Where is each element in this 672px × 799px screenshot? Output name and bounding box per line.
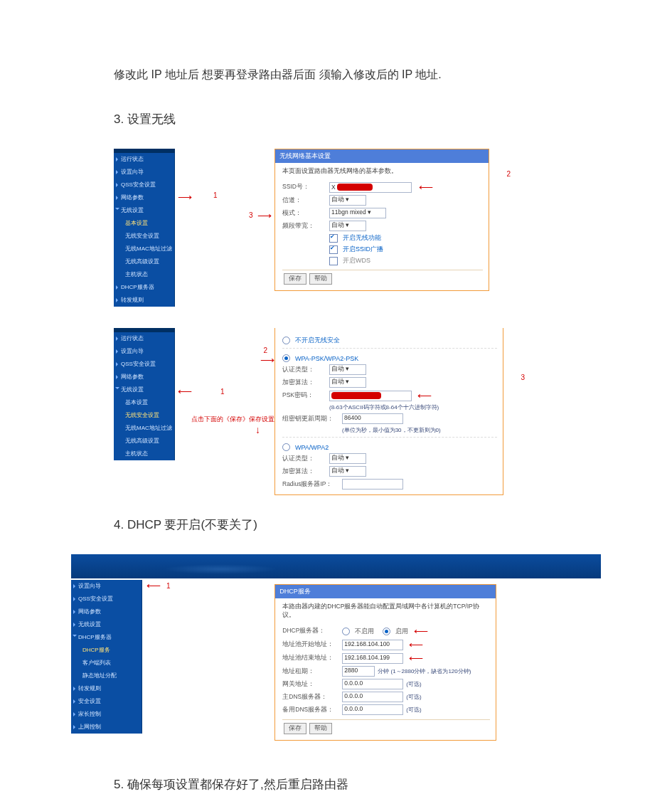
document-page: 修改此 IP 地址后 想要再登录路由器后面 须输入修改后的 IP 地址. 3. … <box>0 0 672 799</box>
router-sidebar: 设置向导QSS安全设置网络参数无线设置DHCP服务器DHCP服务客户端列表静态地… <box>71 580 142 734</box>
channel-select[interactable]: 自动 ▾ <box>329 195 366 206</box>
enable-ssid-broadcast-checkbox[interactable] <box>329 245 338 254</box>
no-security-radio[interactable] <box>282 337 290 344</box>
auth2-select[interactable]: 自动 ▾ <box>329 453 366 464</box>
sidebar-subitem[interactable]: 主机状态 <box>114 448 174 460</box>
help-button[interactable]: 帮助 <box>309 723 332 734</box>
enc2-label: 加密算法： <box>282 467 326 476</box>
arrow-right-icon: ⟶ <box>260 354 274 366</box>
sidebar-item[interactable]: 上网控制 <box>71 721 142 734</box>
sidebar-item[interactable]: 设置向导 <box>71 580 142 593</box>
radius-label: Radius服务器IP： <box>282 480 339 489</box>
save-button[interactable]: 保存 <box>284 273 306 285</box>
arrow-left-icon: ⟵ <box>409 639 423 650</box>
wpa-psk-radio[interactable] <box>282 354 290 362</box>
gateway-input[interactable]: 0.0.0.0 <box>342 679 403 689</box>
sidebar-item[interactable]: DHCP服务器 <box>114 281 174 294</box>
arrow-left-icon: ⟵ <box>417 390 432 401</box>
gateway-label: 网关地址： <box>282 680 339 689</box>
sidebar-subitem[interactable]: DHCP服务 <box>71 644 142 657</box>
section-5-heading: 5. 确保每项设置都保存好了,然后重启路由器 <box>114 776 558 793</box>
wpa-enterprise-radio[interactable] <box>282 443 290 451</box>
dns2-label: 备用DNS服务器： <box>282 706 339 714</box>
panel-title: DHCP服务 <box>275 585 496 598</box>
sidebar-item[interactable]: 网络参数 <box>114 371 174 383</box>
sidebar-item[interactable]: 网络参数 <box>114 191 174 204</box>
sidebar-subitem[interactable]: 无线安全设置 <box>114 230 174 243</box>
router-header-band <box>71 554 601 578</box>
section-4-heading: 4. DHCP 要开启(不要关了) <box>114 517 558 533</box>
annotation-1: 1 <box>220 388 225 396</box>
ssid-input[interactable]: X <box>329 182 412 193</box>
auth-type-select[interactable]: 自动 ▾ <box>329 364 366 375</box>
group-key-input[interactable]: 86400 <box>342 413 403 424</box>
screenshot-wireless-security: 运行状态设置向导QSS安全设置网络参数无线设置基本设置无线安全设置无线MAC地址… <box>114 328 558 495</box>
intro-paragraph: 修改此 IP 地址后 想要再登录路由器后面 须输入修改后的 IP 地址. <box>114 64 558 85</box>
sidebar-subitem[interactable]: 基本设置 <box>114 396 174 409</box>
panel-basic-settings: 无线网络基本设置 本页面设置路由器无线网络的基本参数。 SSID号： X ⟵ 信… <box>274 149 489 291</box>
sidebar-item[interactable]: 家长控制 <box>71 708 142 721</box>
sidebar-item[interactable]: 无线设置 <box>114 383 174 396</box>
lease-input[interactable]: 2880 <box>342 666 375 677</box>
enable-wds-checkbox[interactable] <box>329 257 338 265</box>
panel-subtitle: 本页面设置路由器无线网络的基本参数。 <box>282 167 483 176</box>
psk-label: PSK密码： <box>282 391 326 400</box>
sidebar-subitem[interactable]: 客户端列表 <box>71 657 142 670</box>
enable-wireless-checkbox[interactable] <box>329 234 338 243</box>
sidebar-subitem[interactable]: 无线高级设置 <box>114 435 174 448</box>
sidebar-item[interactable]: 设置向导 <box>114 345 174 358</box>
sidebar-item[interactable]: QSS安全设置 <box>114 179 174 191</box>
ssid-label: SSID号： <box>282 183 326 191</box>
sidebar-item[interactable]: 运行状态 <box>114 153 174 166</box>
sidebar-subitem[interactable]: 基本设置 <box>114 217 174 230</box>
annotation-3: 3 <box>249 211 253 219</box>
sidebar-item[interactable]: 网络参数 <box>71 605 142 618</box>
sidebar-item[interactable]: 安全设置 <box>71 695 142 708</box>
dns1-input[interactable]: 0.0.0.0 <box>342 692 403 702</box>
enable-ssid-broadcast-label: 开启SSID广播 <box>343 245 383 254</box>
sidebar-subitem[interactable]: 静态地址分配 <box>71 670 142 682</box>
radius-input[interactable] <box>342 479 403 490</box>
panel-security-settings: 不开启无线安全 WPA-PSK/WPA2-PSK 认证类型：自动 ▾ 加密算法：… <box>274 328 503 495</box>
dhcp-on-radio[interactable] <box>383 628 390 635</box>
sidebar-item[interactable]: QSS安全设置 <box>71 593 142 605</box>
bandwidth-select[interactable]: 自动 ▾ <box>329 221 366 231</box>
sidebar-item[interactable]: 转发规则 <box>71 682 142 695</box>
sidebar-subitem[interactable]: 无线高级设置 <box>114 255 174 268</box>
pool-end-input[interactable]: 192.168.104.199 <box>342 653 403 664</box>
sidebar-item[interactable]: 转发规则 <box>114 294 174 307</box>
sidebar-item[interactable]: QSS安全设置 <box>114 358 174 371</box>
help-button[interactable]: 帮助 <box>309 273 332 285</box>
enc2-select[interactable]: 自动 ▾ <box>329 466 366 477</box>
sidebar-subitem[interactable]: 主机状态 <box>114 268 174 281</box>
save-hint-note: 点击下面的《保存》保存设置 <box>191 416 274 424</box>
arrow-left-icon: ⟵ <box>419 181 433 193</box>
sidebar-subitem[interactable]: 无线安全设置 <box>114 409 174 422</box>
sidebar-item[interactable]: 无线设置 <box>71 618 142 631</box>
encryption-label: 加密算法： <box>282 379 326 387</box>
dns2-input[interactable]: 0.0.0.0 <box>342 704 403 715</box>
dhcp-off-radio[interactable] <box>342 628 350 635</box>
sidebar-item[interactable]: DHCP服务器 <box>71 631 142 644</box>
pool-start-input[interactable]: 192.168.104.100 <box>342 640 403 650</box>
psk-input[interactable] <box>329 391 412 401</box>
enable-wireless-label: 开启无线功能 <box>343 233 381 243</box>
mode-select[interactable]: 11bgn mixed ▾ <box>329 208 386 218</box>
optional-hint: (可选) <box>406 706 421 714</box>
redacted-bar <box>331 392 381 399</box>
no-security-label: 不开启无线安全 <box>295 336 340 345</box>
sidebar-subitem[interactable]: 无线MAC地址过滤 <box>114 422 174 435</box>
encryption-select[interactable]: 自动 ▾ <box>329 377 366 388</box>
auth2-label: 认证类型： <box>282 455 326 463</box>
dns1-label: 主DNS服务器： <box>282 693 339 702</box>
enable-wds-label: 开启WDS <box>343 256 370 265</box>
panel-dhcp: DHCP服务 本路由器内建的DHCP服务器能自动配置局域网中各计算机的TCP/I… <box>274 584 496 741</box>
sidebar-subitem[interactable]: 无线MAC地址过滤 <box>114 243 174 255</box>
panel-title: 无线网络基本设置 <box>275 149 489 163</box>
mode-label: 模式： <box>282 209 326 218</box>
sidebar-item[interactable]: 运行状态 <box>114 332 174 345</box>
sidebar-item[interactable]: 无线设置 <box>114 204 174 217</box>
save-button[interactable]: 保存 <box>284 723 306 734</box>
sidebar-item[interactable]: 设置向导 <box>114 166 174 179</box>
wpa-psk-label: WPA-PSK/WPA2-PSK <box>295 355 358 362</box>
